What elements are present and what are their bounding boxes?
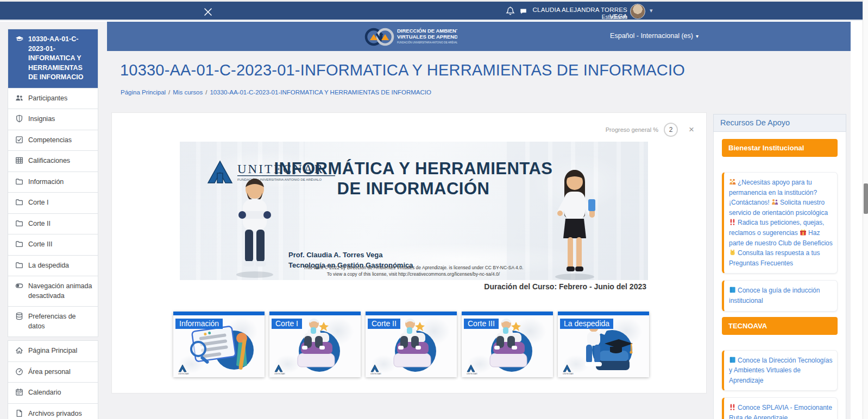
folder-icon xyxy=(15,219,24,228)
section-label: Corte II xyxy=(368,319,400,329)
banner-character-man xyxy=(228,175,282,278)
course-duration: Duración del Curso: Febrero - Junio del … xyxy=(484,282,646,291)
section-card-la-despedida[interactable]: La despedida UNITECNAR xyxy=(558,312,649,377)
link-splavia[interactable]: Conoce SPLAVIA - Emocionante Ruta de Apr… xyxy=(729,404,832,419)
breadcrumb-pagina-principal[interactable]: Página Principal xyxy=(121,89,166,96)
breadcrumb-current-course[interactable]: 10330-AA-01-C-2023-01-INFORMATICA Y HERR… xyxy=(210,89,431,96)
support-panel-title: Recursos De Apoyo xyxy=(713,114,846,132)
alert-icon xyxy=(729,404,736,410)
sidebar-item-corte-1[interactable]: Corte I xyxy=(8,192,98,214)
sidebar-item-informacion[interactable]: Información xyxy=(8,172,98,193)
ava-logo[interactable]: DIRECCIÓN DE AMBIENTES VIRTUALES DE APRE… xyxy=(362,25,457,51)
sidebar-item-corte-3[interactable]: Corte III xyxy=(8,234,98,256)
users-icon xyxy=(15,94,24,103)
avatar[interactable] xyxy=(630,4,645,19)
section-label: La despedida xyxy=(560,319,613,329)
tecnoava-button[interactable]: TECNOAVA xyxy=(722,317,838,335)
book-icon xyxy=(729,357,736,363)
svg-text:UNITECNAR: UNITECNAR xyxy=(274,373,285,375)
scrollbar-thumb[interactable] xyxy=(864,183,868,214)
link-direccion-tecnologias[interactable]: Conoce la Dirección Tecnologías y Ambien… xyxy=(729,357,833,384)
alert-icon xyxy=(729,219,736,225)
progress-indicator: Progreso general % 2 xyxy=(606,123,678,137)
progress-value-circle[interactable]: 2 xyxy=(664,123,678,137)
svg-text:UNITECNAR: UNITECNAR xyxy=(370,373,381,375)
section-card-corte-3[interactable]: Corte III UNITECNAR xyxy=(462,312,553,377)
site-header: DIRECCIÓN DE AMBIENTES VIRTUALES DE APRE… xyxy=(107,22,851,51)
gift-icon xyxy=(800,229,807,236)
banner-course-title: INFORMÁTICA Y HERRAMIENTAS DE INFORMACIÓ… xyxy=(267,159,560,199)
sidebar-item-navegacion-animada[interactable]: Navegación animada desactivada xyxy=(8,276,98,307)
unitecnar-mini-logo: UNITECNAR xyxy=(178,363,192,375)
page-title: 10330-AA-01-C-2023-01-INFORMATICA Y HERR… xyxy=(120,61,718,79)
folder-icon xyxy=(15,261,24,270)
banner-character-woman xyxy=(545,166,605,280)
toggle-icon xyxy=(15,282,24,290)
user-role: Estudiante xyxy=(530,14,627,20)
breadcrumb: Página Principal/Mis cursos/10330-AA-01-… xyxy=(121,89,431,96)
section-label: Corte III xyxy=(464,319,499,329)
logo-text-line1: DIRECCIÓN DE AMBIENTES xyxy=(397,28,457,34)
card-close-icon[interactable]: × xyxy=(689,125,694,134)
messages-chat-icon[interactable] xyxy=(519,7,528,15)
section-card-corte-1[interactable]: Corte I UNITECNAR xyxy=(269,312,361,377)
sidebar-item-archivos-privados[interactable]: Archivos privados xyxy=(8,403,98,419)
close-icon[interactable] xyxy=(202,6,214,18)
course-content-card: Progreso general % 2 × UNITECNAR FUNDACI… xyxy=(111,112,707,393)
sidebar-item-competencias[interactable]: Competencias xyxy=(8,130,98,151)
hand-icon xyxy=(729,249,736,256)
notifications-bell-icon[interactable] xyxy=(505,6,515,16)
bienestar-institucional-button[interactable]: Bienestar Institucional xyxy=(722,139,838,157)
course-navigation-sidebar: 10330-AA-01-C-2023-01-INFORMATICA Y HERR… xyxy=(8,29,98,419)
file-icon xyxy=(15,409,24,418)
sidebar-item-la-despedida[interactable]: La despedida xyxy=(8,255,98,277)
banner-license: This work © 2022 by Dirección de Ambient… xyxy=(261,265,565,278)
splavia-card: Conoce SPLAVIA - Emocionante Ruta de Apr… xyxy=(722,397,838,419)
svg-text:UNITECNAR: UNITECNAR xyxy=(178,373,189,375)
sidebar-item-pagina-principal[interactable]: Página Principal xyxy=(8,340,98,362)
page-scrollbar[interactable] xyxy=(863,0,868,419)
sidebar-item-area-personal[interactable]: Área personal xyxy=(8,361,98,383)
graduation-cap-icon xyxy=(15,35,24,43)
folder-icon xyxy=(15,177,24,186)
course-sections-row: Información UNITECNAR xyxy=(173,312,651,378)
sidebar-item-calificaciones[interactable]: Calificaciones xyxy=(8,150,98,172)
sidebar-item-calendario[interactable]: Calendario xyxy=(8,382,98,404)
sidebar-item-course[interactable]: 10330-AA-01-C-2023-01-INFORMATICA Y HERR… xyxy=(8,29,98,88)
language-selector[interactable]: Español - Internacional (es)▾ xyxy=(610,32,699,40)
link-guia-induccion[interactable]: Conoce la guía de inducción instituciona… xyxy=(729,287,820,304)
guia-induccion-card: Conoce la guía de inducción instituciona… xyxy=(722,280,838,311)
sidebar-item-insignias[interactable]: Insignias xyxy=(8,109,98,130)
user-menu-chevron-down-icon[interactable]: ▾ xyxy=(650,7,653,14)
sidebar-item-preferencias-datos[interactable]: Preferencias de datos xyxy=(8,306,98,337)
folder-icon xyxy=(15,198,24,207)
unitecnar-mini-logo: UNITECNAR xyxy=(274,363,288,375)
logo-text-line2: VIRTUALES DE APRENDIZAJE xyxy=(397,34,457,40)
home-icon xyxy=(15,346,24,355)
top-navigation-bar: CLAUDIA ALEJANDRA TORRES VEGA Estudiante… xyxy=(0,2,868,21)
breadcrumb-mis-cursos[interactable]: Mis cursos xyxy=(173,89,203,96)
progress-label: Progreso general % xyxy=(606,126,658,133)
folder-icon xyxy=(15,240,24,249)
sidebar-item-corte-2[interactable]: Corte II xyxy=(8,213,98,235)
support-resources-panel: Recursos De Apoyo Bienestar Instituciona… xyxy=(713,114,846,419)
table-icon xyxy=(15,156,24,165)
course-banner: UNITECNAR FUNDACIÓN UNIVERSITARIA ANTONI… xyxy=(180,142,648,280)
unitecnar-mini-logo: UNITECNAR xyxy=(562,363,576,375)
link-preguntas-frecuentes[interactable]: Consulta las respuesta a tus Preguntas F… xyxy=(729,249,820,267)
check-square-icon xyxy=(15,136,24,144)
svg-text:UNITECNAR: UNITECNAR xyxy=(467,373,477,375)
book-icon xyxy=(729,287,736,293)
section-card-informacion[interactable]: Información UNITECNAR xyxy=(173,312,265,377)
language-chevron-down-icon: ▾ xyxy=(696,33,699,39)
people-icon xyxy=(771,199,778,205)
dashboard-gauge-icon xyxy=(15,367,24,376)
calendar-icon xyxy=(15,388,24,397)
section-card-corte-2[interactable]: Corte II UNITECNAR xyxy=(366,312,457,377)
shield-icon xyxy=(15,115,24,123)
database-icon xyxy=(15,312,24,321)
unitecnar-mini-logo: UNITECNAR xyxy=(370,363,384,375)
section-label: Información xyxy=(175,319,223,329)
sidebar-item-participantes[interactable]: Participantes xyxy=(8,88,98,110)
direccion-tecnologias-card: Conoce la Dirección Tecnologías y Ambien… xyxy=(722,350,838,391)
